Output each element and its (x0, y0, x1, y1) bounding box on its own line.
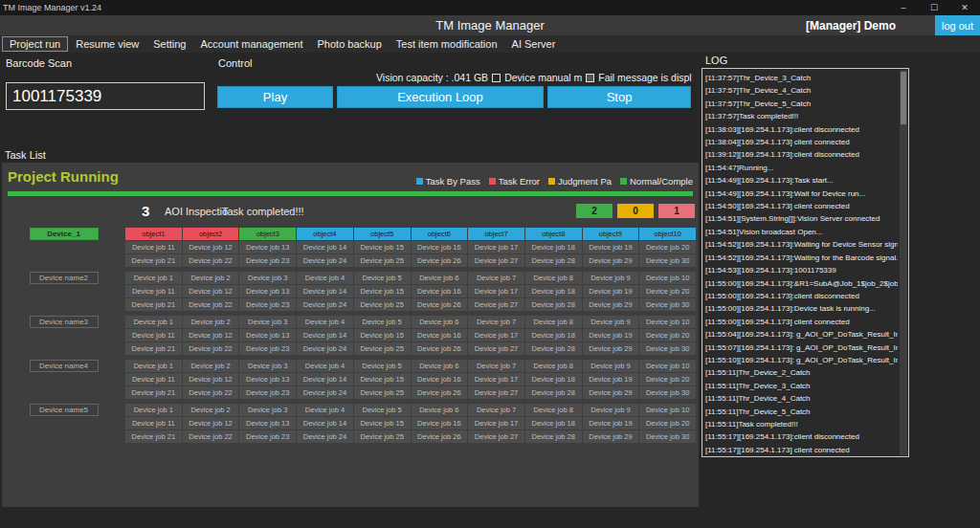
job-cell[interactable]: Device job 11 (125, 417, 182, 429)
object-cell[interactable]: object4 (297, 228, 353, 240)
job-cell[interactable]: Device job 4 (297, 316, 353, 328)
job-cell[interactable]: Device job 26 (412, 430, 468, 443)
device-button[interactable]: Device name3 (30, 316, 99, 328)
job-cell[interactable]: Device job 10 (639, 316, 696, 328)
job-cell[interactable]: Device job 22 (183, 386, 239, 399)
object-cell[interactable]: object1 (125, 228, 182, 240)
execution-loop-button[interactable]: Execution Loop (337, 86, 544, 108)
object-cell[interactable]: object5 (354, 228, 411, 240)
job-cell[interactable]: Device job 29 (583, 342, 639, 355)
job-cell[interactable]: Device job 1 (125, 272, 182, 284)
job-cell[interactable]: Device job 20 (639, 329, 696, 341)
log-scrollbar[interactable] (900, 70, 907, 455)
job-cell[interactable]: Device job 8 (525, 360, 582, 372)
job-cell[interactable]: Device job 7 (468, 272, 524, 284)
job-cell[interactable]: Device job 20 (639, 417, 696, 429)
job-cell[interactable]: Device job 28 (525, 254, 582, 267)
job-cell[interactable]: Device job 16 (412, 417, 468, 429)
job-cell[interactable]: Device job 2 (183, 404, 239, 416)
job-cell[interactable]: Device job 19 (583, 329, 639, 341)
job-cell[interactable]: Device job 3 (239, 316, 296, 328)
job-cell[interactable]: Device job 16 (412, 329, 468, 341)
job-cell[interactable]: Device job 13 (239, 417, 296, 429)
job-cell[interactable]: Device job 9 (583, 404, 639, 416)
job-cell[interactable]: Device job 3 (239, 272, 296, 284)
device-button[interactable]: Device name4 (30, 360, 99, 372)
device-button[interactable]: Device_1 (30, 228, 99, 240)
job-cell[interactable]: Device job 5 (354, 404, 411, 416)
job-cell[interactable]: Device job 13 (239, 285, 296, 297)
menu-item-photo-backup[interactable]: Photo backup (311, 37, 389, 51)
job-cell[interactable]: Device job 30 (639, 430, 696, 443)
job-cell[interactable]: Device job 9 (583, 316, 639, 328)
job-cell[interactable]: Device job 1 (125, 316, 182, 328)
job-cell[interactable]: Device job 11 (125, 241, 182, 253)
job-cell[interactable]: Device job 10 (639, 360, 696, 372)
job-cell[interactable]: Device job 28 (525, 298, 582, 311)
job-cell[interactable]: Device job 5 (354, 360, 411, 372)
job-cell[interactable]: Device job 23 (239, 386, 296, 399)
job-cell[interactable]: Device job 30 (639, 386, 696, 399)
job-cell[interactable]: Device job 23 (239, 298, 296, 311)
job-cell[interactable]: Device job 12 (183, 285, 239, 297)
scrollbar-thumb[interactable] (901, 72, 906, 124)
job-cell[interactable]: Device job 27 (468, 254, 524, 267)
menu-item-resume-view[interactable]: Resume view (69, 37, 145, 51)
job-cell[interactable]: Device job 6 (412, 272, 468, 284)
object-cell[interactable]: object6 (412, 228, 468, 240)
job-cell[interactable]: Device job 16 (412, 241, 468, 253)
job-cell[interactable]: Device job 14 (297, 285, 353, 297)
job-cell[interactable]: Device job 15 (354, 285, 411, 297)
job-cell[interactable]: Device job 25 (354, 386, 411, 399)
job-cell[interactable]: Device job 21 (125, 254, 182, 267)
object-cell[interactable]: object2 (183, 228, 239, 240)
job-cell[interactable]: Device job 17 (468, 417, 524, 429)
job-cell[interactable]: Device job 11 (125, 373, 182, 385)
job-cell[interactable]: Device job 12 (183, 417, 239, 429)
job-cell[interactable]: Device job 13 (239, 373, 296, 385)
job-cell[interactable]: Device job 13 (239, 329, 296, 341)
job-cell[interactable]: Device job 14 (297, 241, 353, 253)
job-cell[interactable]: Device job 28 (525, 386, 582, 399)
job-cell[interactable]: Device job 7 (468, 360, 524, 372)
job-cell[interactable]: Device job 21 (125, 386, 182, 399)
job-cell[interactable]: Device job 22 (183, 254, 239, 267)
job-cell[interactable]: Device job 15 (354, 417, 411, 429)
job-cell[interactable]: Device job 2 (183, 272, 239, 284)
job-cell[interactable]: Device job 29 (583, 298, 639, 311)
job-cell[interactable]: Device job 1 (125, 360, 182, 372)
job-cell[interactable]: Device job 7 (468, 316, 524, 328)
job-cell[interactable]: Device job 3 (239, 360, 296, 372)
job-cell[interactable]: Device job 13 (239, 241, 296, 253)
job-cell[interactable]: Device job 5 (354, 272, 411, 284)
job-cell[interactable]: Device job 17 (468, 329, 524, 341)
job-cell[interactable]: Device job 26 (412, 386, 468, 399)
job-cell[interactable]: Device job 3 (239, 404, 296, 416)
job-cell[interactable]: Device job 27 (468, 430, 524, 443)
stop-button[interactable]: Stop (547, 86, 691, 108)
fail-message-checkbox[interactable] (586, 74, 594, 82)
job-cell[interactable]: Device job 19 (583, 285, 639, 297)
barcode-input[interactable] (6, 82, 205, 110)
job-cell[interactable]: Device job 18 (525, 241, 582, 253)
job-cell[interactable]: Device job 7 (468, 404, 524, 416)
job-cell[interactable]: Device job 28 (525, 430, 582, 443)
menu-item-ai-server[interactable]: AI Server (505, 37, 563, 51)
job-cell[interactable]: Device job 30 (639, 298, 696, 311)
job-cell[interactable]: Device job 19 (583, 373, 639, 385)
job-cell[interactable]: Device job 28 (525, 342, 582, 355)
job-cell[interactable]: Device job 24 (297, 430, 353, 443)
job-cell[interactable]: Device job 22 (183, 342, 239, 355)
job-cell[interactable]: Device job 9 (583, 272, 639, 284)
job-cell[interactable]: Device job 8 (525, 316, 582, 328)
job-cell[interactable]: Device job 25 (354, 342, 411, 355)
job-cell[interactable]: Device job 29 (583, 430, 639, 443)
job-cell[interactable]: Device job 6 (412, 316, 468, 328)
job-cell[interactable]: Device job 14 (297, 417, 353, 429)
job-cell[interactable]: Device job 22 (183, 298, 239, 311)
job-cell[interactable]: Device job 19 (583, 241, 639, 253)
job-cell[interactable]: Device job 29 (583, 386, 639, 399)
job-cell[interactable]: Device job 25 (354, 254, 411, 267)
job-cell[interactable]: Device job 2 (183, 316, 239, 328)
object-cell[interactable]: object10 (639, 228, 696, 240)
